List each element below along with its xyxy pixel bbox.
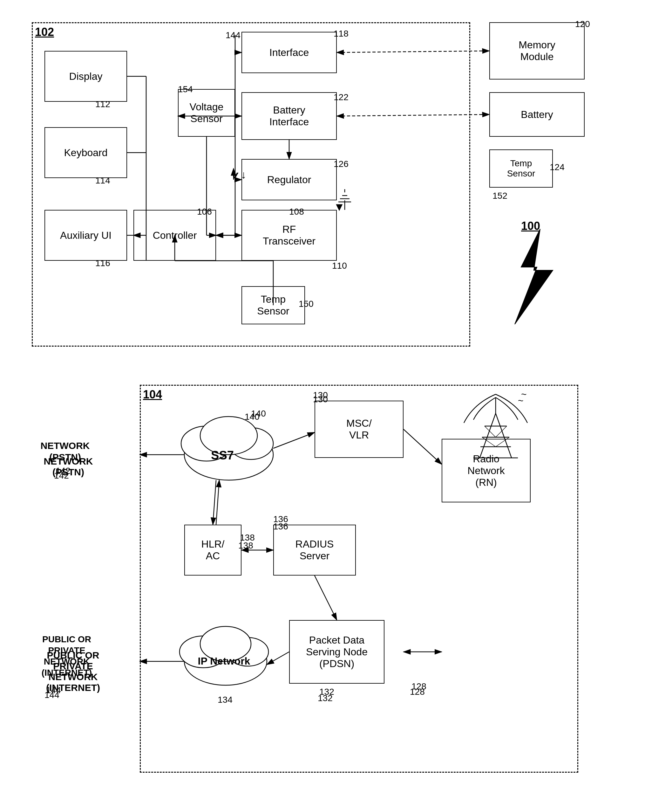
box-controller: Controller (134, 210, 216, 261)
label-140: 140 (245, 412, 260, 422)
box-regulator: Regulator (242, 159, 337, 200)
svg-line-36 (485, 426, 496, 437)
hlrac-label: HLR/ AC (202, 538, 225, 562)
box-memory-module: Memory Module (489, 22, 584, 80)
svg-marker-0 (515, 229, 553, 324)
label-internet: PUBLIC OR PRIVATE NETWORK (INTERNET) (16, 639, 130, 693)
pdsn-label: Packet Data Serving Node (PDSN) (306, 634, 367, 670)
label-144b: 144 (45, 690, 60, 700)
box-keyboard: Keyboard (45, 127, 127, 178)
label-130: 130 (313, 394, 328, 404)
label-102: 102 (35, 25, 54, 39)
memory-module-label: Memory Module (518, 39, 555, 63)
box-radius: RADIUS Server (273, 525, 356, 576)
box-temp-sensor-batt: Temp Sensor (489, 149, 553, 188)
box-auxui: Auxiliary UI (45, 210, 127, 261)
label-108: 108 (289, 207, 304, 217)
label-112: 112 (95, 99, 110, 110)
label-114: 114 (95, 176, 110, 186)
temp-sensor-batt-label: Temp Sensor (507, 158, 535, 179)
svg-line-31 (480, 413, 496, 458)
battery-label: Battery (521, 109, 553, 121)
label-106: 106 (197, 207, 212, 217)
box-interface: Interface (242, 32, 337, 73)
lightning-icon (502, 229, 566, 324)
cell-tower-icon: ~ ~ (454, 388, 537, 464)
label-124: 124 (550, 162, 564, 172)
regulator-label: Regulator (267, 174, 311, 186)
rf-transceiver-label: RF Transceiver (263, 224, 316, 247)
mscvlr-label: MSC/ VLR (346, 417, 372, 441)
label-150: 150 (299, 299, 314, 309)
auxui-label: Auxiliary UI (60, 229, 111, 241)
label-122: 122 (334, 92, 349, 102)
label-152: 152 (493, 191, 507, 201)
box-pdsn: Packet Data Serving Node (PDSN) (289, 620, 384, 684)
label-154: 154 (178, 84, 193, 95)
label-104: 104 (143, 388, 162, 401)
bottom-diagram: 104 MSC/ VLR 130 HLR/ AC 138 RADIUS Serv… (13, 375, 659, 789)
box-display: Display (45, 51, 127, 102)
temp-sensor-bot-label: Temp Sensor (257, 294, 289, 317)
voltage-sensor-label: Voltage Sensor (190, 101, 224, 125)
box-temp-sensor-bot: Temp Sensor (242, 286, 305, 324)
display-label: Display (69, 71, 103, 82)
label-v: v ↓ (232, 169, 246, 181)
label-120: 120 (575, 19, 590, 29)
svg-line-32 (496, 413, 511, 458)
label-136: 136 (273, 521, 288, 531)
box-rf-transceiver: RF Transceiver (242, 210, 337, 261)
diagram-container: 102 Display 112 Keyboard 114 Auxiliary U… (13, 13, 659, 789)
label-116: 116 (95, 258, 110, 268)
label-126: 126 (334, 159, 349, 169)
controller-label: Controller (153, 229, 197, 241)
internet-text: PUBLIC OR PRIVATE NETWORK (INTERNET) (46, 650, 100, 693)
top-diagram: 102 Display 112 Keyboard 114 Auxiliary U… (13, 13, 659, 362)
svg-text:~: ~ (521, 389, 527, 399)
interface-label: Interface (270, 47, 309, 58)
battery-interface-label: Battery Interface (270, 104, 309, 128)
radius-label: RADIUS Server (296, 538, 334, 562)
label-118: 118 (334, 28, 349, 39)
keyboard-label: Keyboard (64, 147, 108, 159)
antenna-symbol: ▼ (334, 200, 345, 214)
svg-line-37 (496, 426, 507, 437)
box-battery: Battery (489, 92, 584, 137)
box-voltage-sensor: Voltage Sensor (178, 89, 235, 137)
label-138: 138 (238, 541, 253, 551)
label-128: 128 (410, 687, 425, 697)
box-battery-interface: Battery Interface (242, 92, 337, 140)
box-mscvlr: MSC/ VLR (314, 401, 404, 458)
label-142: 142 (54, 471, 69, 481)
label-132: 132 (318, 693, 333, 703)
label-144-top: 144 (225, 30, 240, 40)
label-110: 110 (332, 261, 347, 271)
box-hlrac: HLR/ AC (184, 525, 242, 576)
